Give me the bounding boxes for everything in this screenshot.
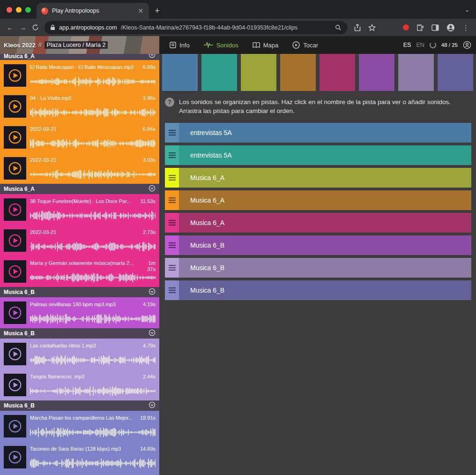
zoom-icon[interactable]	[335, 24, 342, 31]
chevron-wrap[interactable]	[149, 329, 156, 338]
track-bar[interactable]: entrevistas 5A	[179, 123, 471, 143]
track-drag-handle[interactable]	[165, 123, 179, 143]
chevron-down-icon[interactable]	[149, 288, 156, 295]
clip-row[interactable]: 04 - La Visita.mp33.96s	[0, 91, 159, 122]
track-row[interactable]: entrevistas 5A	[165, 123, 471, 143]
clip-play-button[interactable]	[4, 229, 26, 252]
track-section-header[interactable]: Musica 6_A	[0, 184, 159, 194]
track-section-header[interactable]: Musica 6_B	[0, 400, 159, 411]
track-bar[interactable]: Musica 6_A	[179, 213, 471, 233]
clip-play-button[interactable]	[4, 374, 26, 396]
clip-play-button[interactable]	[4, 415, 26, 437]
clip-play-button[interactable]	[4, 446, 26, 468]
browser-tab[interactable]: Play Antropoloops ✕	[37, 3, 149, 19]
track-drag-handle[interactable]	[165, 213, 179, 233]
zoom-window-button[interactable]	[25, 7, 31, 13]
clip-row[interactable]: María y Germán solamente música(maría 2.…	[0, 256, 159, 287]
track-row[interactable]: Musica 6_A	[165, 168, 471, 188]
chevron-wrap[interactable]	[149, 401, 156, 410]
track-color-swatch[interactable]	[320, 54, 355, 91]
clip-play-button[interactable]	[4, 157, 26, 180]
track-row[interactable]: Musica 6_A	[165, 213, 471, 233]
track-row[interactable]: Musica 6_B	[165, 258, 471, 278]
clip-body: 04 - La Visita.mp33.96s	[30, 95, 156, 118]
tab-mapa[interactable]: Mapa	[253, 42, 279, 49]
track-row[interactable]: entrevistas 5A	[165, 145, 471, 165]
track-color-swatch[interactable]	[438, 54, 473, 91]
track-drag-handle[interactable]	[165, 190, 179, 210]
forward-button[interactable]: →	[16, 21, 29, 34]
share-icon[interactable]	[354, 24, 361, 31]
track-color-swatch[interactable]	[201, 54, 237, 91]
lang-es[interactable]: ES	[403, 42, 411, 48]
account-icon[interactable]	[463, 41, 471, 49]
clip-row[interactable]: Tangos flamencos .mp32.44s	[0, 369, 159, 400]
back-button[interactable]: ←	[4, 21, 16, 34]
clip-play-button[interactable]	[4, 343, 26, 365]
bookmark-star-icon[interactable]	[368, 24, 376, 31]
address-bar[interactable]: app.antropoloops.com /Kleos-Santa-Marina…	[45, 21, 347, 34]
track-row[interactable]: Musica 6_A	[165, 190, 471, 210]
browser-menu-icon[interactable]: ⋮	[462, 23, 469, 32]
clip-play-button[interactable]	[4, 260, 26, 283]
recording-extension-icon[interactable]	[403, 24, 409, 30]
chevron-down-icon[interactable]	[149, 401, 156, 408]
chevron-down-icon[interactable]	[149, 329, 156, 336]
track-row[interactable]: Musica 6_B	[165, 280, 471, 300]
side-panel-icon[interactable]	[431, 24, 439, 31]
extensions-puzzle-icon[interactable]	[416, 24, 424, 31]
track-row[interactable]: Musica 6_B	[165, 235, 471, 255]
track-bar[interactable]: Musica 6_B	[179, 280, 471, 300]
chevron-down-icon[interactable]	[149, 54, 156, 58]
clip-row[interactable]: 2022-03-216.84s	[0, 122, 159, 153]
clip-row[interactable]: 2022-03-213.03s	[0, 153, 159, 184]
close-window-button[interactable]	[7, 7, 12, 13]
track-section-header[interactable]: Musica 6_A	[0, 54, 159, 60]
track-drag-handle[interactable]	[165, 145, 179, 165]
clip-row[interactable]: El Baile Mexicapan - El Baile Mexicapan.…	[0, 60, 159, 91]
tab-info[interactable]: Info	[170, 42, 190, 49]
minimize-window-button[interactable]	[16, 7, 22, 13]
clip-play-button[interactable]	[4, 302, 26, 324]
tab-tocar[interactable]: Tocar	[292, 41, 318, 49]
chevron-wrap[interactable]	[149, 54, 156, 60]
track-section-header[interactable]: Musica 6_B	[0, 287, 159, 297]
clip-play-button[interactable]	[4, 64, 26, 87]
track-drag-handle[interactable]	[165, 280, 179, 300]
reload-button[interactable]	[29, 21, 42, 34]
track-color-swatch[interactable]	[162, 54, 198, 91]
track-bar[interactable]: Musica 6_A	[179, 190, 471, 210]
clip-play-button[interactable]	[4, 95, 26, 118]
track-color-swatch[interactable]	[359, 54, 394, 91]
track-color-swatch[interactable]	[280, 54, 316, 91]
track-drag-handle[interactable]	[165, 258, 179, 278]
track-color-swatch[interactable]	[241, 54, 276, 91]
new-tab-button[interactable]: +	[155, 6, 160, 15]
window-controls[interactable]	[7, 7, 31, 13]
chevron-wrap[interactable]	[149, 288, 156, 296]
lang-en[interactable]: EN	[416, 42, 424, 48]
track-bar[interactable]: entrevistas 5A	[179, 145, 471, 165]
track-bar[interactable]: Musica 6_B	[179, 235, 471, 255]
clip-row[interactable]: Palmas sevillanas 160 bpm mp3.mp34.19s	[0, 297, 159, 328]
clip-row[interactable]: 38 Toque Funebre(Muerte) - Los Doce Par.…	[0, 194, 159, 225]
track-bar[interactable]: Musica 6_A	[179, 168, 471, 188]
track-bar[interactable]: Musica 6_B	[179, 258, 471, 278]
track-drag-handle[interactable]	[165, 235, 179, 255]
tab-sonidos[interactable]: Sonidos	[204, 42, 238, 49]
track-drag-handle[interactable]	[165, 168, 179, 188]
clip-row[interactable]: Las castañuelas ritmo 1.mp34.79s	[0, 339, 159, 369]
chevron-down-icon[interactable]	[149, 185, 156, 192]
clip-row[interactable]: Marcha Pasan los campanilleros Las Mejor…	[0, 411, 159, 442]
profile-avatar-icon[interactable]	[446, 23, 455, 32]
track-color-swatch[interactable]	[398, 54, 434, 91]
project-banner[interactable]: Kleos 2022 // Plaza Lucero / María 2	[0, 36, 159, 54]
clip-play-button[interactable]	[4, 198, 26, 221]
clip-row[interactable]: 2022-03-212.73s	[0, 225, 159, 256]
tab-search-chevron-icon[interactable]: ⌄	[465, 7, 469, 13]
track-section-header[interactable]: Musica 6_B	[0, 328, 159, 339]
clip-play-button[interactable]	[4, 126, 26, 149]
tab-close-icon[interactable]: ✕	[137, 7, 144, 15]
chevron-wrap[interactable]	[149, 185, 156, 193]
clip-row[interactable]: Taconeo de Sara Baras (128 kbps).mp314.6…	[0, 442, 159, 473]
